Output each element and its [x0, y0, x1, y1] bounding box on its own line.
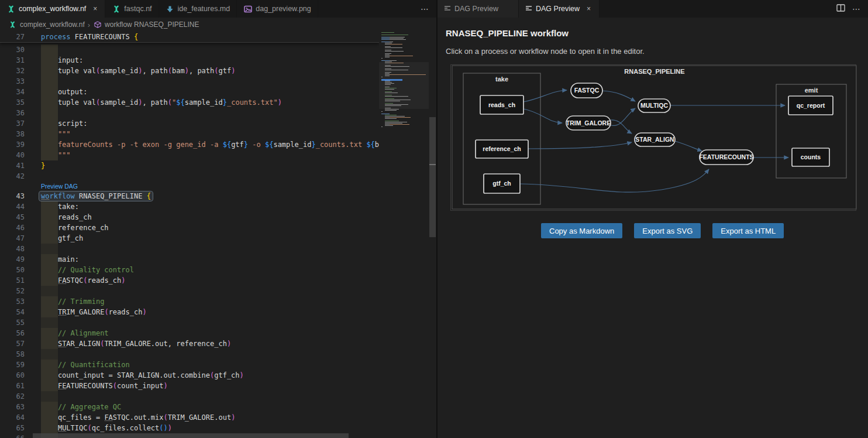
dag-node-gtf_ch[interactable]: gtf_ch	[484, 174, 520, 193]
code-line[interactable]: 52	[0, 286, 379, 296]
breadcrumb-symbol[interactable]: workflow RNASEQ_PIPELINE	[105, 20, 199, 29]
more-actions-icon[interactable]: ⋯	[421, 4, 429, 13]
line-number: 45	[0, 212, 25, 223]
code-line[interactable]: 33	[0, 76, 379, 87]
tabbar-actions: ⋯	[829, 0, 868, 18]
code-line[interactable]: 45 reads_ch	[0, 212, 379, 223]
line-number: 38	[0, 129, 25, 139]
code-line[interactable]: 41}	[0, 160, 379, 171]
export-as-svg-button[interactable]: Export as SVG	[634, 223, 701, 238]
code-line[interactable]: 57 STAR_ALIGN(TRIM_GALORE.out, reference…	[0, 338, 379, 349]
minimap-viewport[interactable]	[379, 62, 429, 109]
code-line[interactable]: 50 // Quality control	[0, 265, 379, 275]
codelens-preview-dag-link[interactable]: Preview DAG	[41, 182, 78, 191]
copy-as-markdown-button[interactable]: Copy as Markdown	[541, 223, 622, 238]
node-label: STAR_ALIGN	[635, 136, 674, 143]
tabbar-spacer	[318, 0, 414, 18]
code-line[interactable]: 56 // Alignment	[0, 328, 379, 338]
minimap-row	[379, 47, 429, 48]
code-line[interactable]: 35 tuple val(sample_id), path("${sample_…	[0, 97, 379, 108]
code-text: // Aggregate QC	[41, 402, 121, 412]
code-line[interactable]: 39 featureCounts -p -t exon -g gene_id -…	[0, 139, 379, 150]
minimap-row	[379, 38, 429, 39]
node-label: qc_report	[797, 102, 825, 109]
minimap-row	[379, 42, 429, 42]
code-line[interactable]: 47 gtf_ch	[0, 233, 379, 244]
minimap-row	[379, 45, 429, 46]
dag-node-FASTQC[interactable]: FASTQC	[571, 83, 602, 98]
tab-dag-preview-1[interactable]: DAG Preview	[438, 0, 519, 18]
code-line[interactable]: 44 take:	[0, 201, 379, 212]
more-actions-icon[interactable]: ⋯	[852, 4, 861, 13]
code-line[interactable]: 30	[0, 45, 379, 55]
dag-node-reads_ch[interactable]: reads_ch	[480, 95, 523, 114]
code-line[interactable]: 64 qc_files = FASTQC.out.mix(TRIM_GALORE…	[0, 412, 379, 423]
horizontal-scrollbar-thumb[interactable]	[33, 433, 349, 438]
dag-node-MULTIQC[interactable]: MULTIQC	[638, 99, 670, 112]
code-editor[interactable]: 27process FEATURECOUNTS {3031 input:32 t…	[0, 32, 379, 438]
edge-STAR_ALIGN-to-FEATURECOUNTS	[675, 141, 702, 151]
tab-dag-preview-png[interactable]: dag_preview.png	[237, 0, 318, 18]
code-line[interactable]: 36	[0, 108, 379, 118]
code-line[interactable]: 38 """	[0, 129, 379, 139]
dag-node-TRIM_GALORE[interactable]: TRIM_GALORE	[566, 116, 611, 130]
code-line[interactable]: 53 // Trimming	[0, 296, 379, 307]
close-icon[interactable]: ×	[585, 5, 592, 13]
code-line[interactable]: 40 """	[0, 150, 379, 160]
code-line[interactable]: 49 main:	[0, 254, 379, 265]
vertical-scrollbar[interactable]	[429, 0, 436, 438]
dag-node-STAR_ALIGN[interactable]: STAR_ALIGN	[635, 133, 675, 146]
code-text: FASTQC(reads_ch)	[41, 275, 126, 286]
edge-reads_ch-to-TRIM_GALORE	[523, 109, 562, 123]
tab-ide-features[interactable]: ide_features.md	[159, 0, 237, 18]
minimap-row	[379, 119, 429, 120]
code-line[interactable]: 61 FEATURECOUNTS(count_input)	[0, 381, 379, 391]
line-number: 34	[0, 87, 25, 97]
code-line[interactable]: 63 // Aggregate QC	[0, 402, 379, 412]
code-line[interactable]: 54 TRIM_GALORE(reads_ch)	[0, 307, 379, 317]
node-label: reference_ch	[483, 145, 521, 152]
minimap-row	[379, 54, 429, 55]
sticky-scroll-line[interactable]: 27process FEATURECOUNTS {	[0, 32, 379, 43]
editor-tabbar-left: complex_workflow.nf × fastqc.nf ide_feat…	[0, 0, 436, 18]
code-line[interactable]: 43workflow RNASEQ_PIPELINE {	[0, 191, 379, 201]
code-text: // Alignment	[41, 328, 109, 338]
code-line[interactable]: 34 output:	[0, 87, 379, 97]
minimap-row	[379, 60, 429, 61]
code-line[interactable]: 42	[0, 171, 379, 182]
nextflow-icon	[112, 5, 120, 13]
split-editor-icon[interactable]	[836, 4, 845, 14]
dag-node-reference_ch[interactable]: reference_ch	[476, 140, 528, 158]
minimap-row	[379, 32, 429, 33]
minimap-row	[379, 56, 429, 56]
vertical-scrollbar-thumb[interactable]	[429, 117, 436, 237]
minimap-row	[379, 46, 429, 47]
code-line[interactable]: 62	[0, 391, 379, 402]
node-label: TRIM_GALORE	[566, 119, 611, 126]
code-text: input:	[41, 55, 83, 66]
code-line[interactable]: 60 count_input = STAR_ALIGN.out.combine(…	[0, 370, 379, 381]
edge-FASTQC-to-MULTIQC	[602, 91, 635, 101]
code-line[interactable]: 65 MULTIQC(qc_files.collect())	[0, 423, 379, 433]
dag-node-FEATURECOUNTS[interactable]: FEATURECOUNTS	[699, 150, 753, 165]
code-line[interactable]: 32 tuple val(sample_id), path(bam), path…	[0, 66, 379, 76]
export-as-html-button[interactable]: Export as HTML	[712, 223, 784, 238]
code-line[interactable]: 46 reference_ch	[0, 223, 379, 233]
code-line[interactable]: 48	[0, 244, 379, 254]
code-line[interactable]: 59 // Quantification	[0, 360, 379, 370]
code-line[interactable]: 31 input:	[0, 55, 379, 66]
dag-node-counts[interactable]: counts	[792, 148, 829, 166]
line-number: 57	[0, 338, 25, 349]
tab-fastqc[interactable]: fastqc.nf	[105, 0, 159, 18]
close-icon[interactable]: ×	[92, 5, 98, 13]
tab-label: DAG Preview	[536, 5, 580, 13]
dag-node-qc_report[interactable]: qc_report	[788, 96, 833, 115]
breadcrumb-file[interactable]: complex_workflow.nf	[20, 20, 85, 29]
code-line[interactable]: 51 FASTQC(reads_ch)	[0, 275, 379, 286]
code-line[interactable]: 37 script:	[0, 118, 379, 129]
tab-dag-preview-2[interactable]: DAG Preview ×	[519, 0, 600, 18]
code-line[interactable]: 58	[0, 349, 379, 360]
tab-complex-workflow[interactable]: complex_workflow.nf ×	[0, 0, 105, 18]
code-line[interactable]: 55	[0, 317, 379, 328]
code-text: STAR_ALIGN(TRIM_GALORE.out, reference_ch…	[41, 338, 231, 349]
